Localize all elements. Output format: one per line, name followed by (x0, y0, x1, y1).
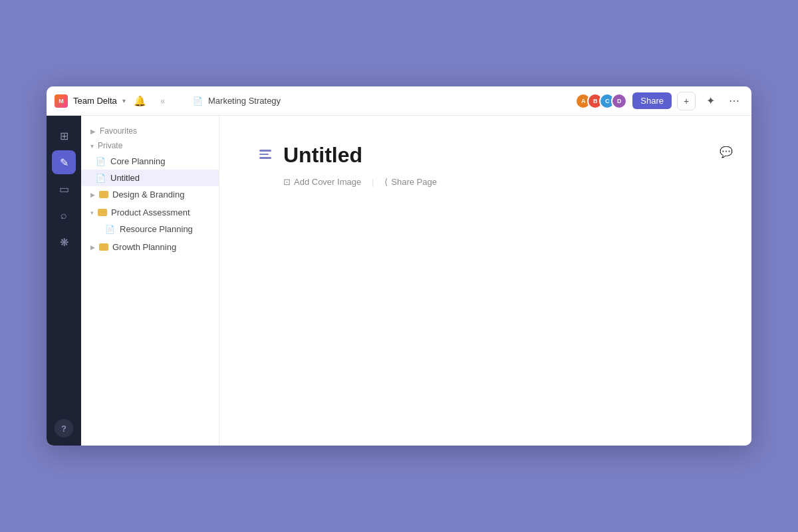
add-cover-label: Add Cover Image (294, 177, 361, 187)
nav-item-resource-planning[interactable]: 📄 Resource Planning (81, 221, 219, 237)
favourites-arrow-icon: ▶ (90, 128, 96, 135)
app-window: M Team Delta ▾ 🔔 « 📄 Marketing Strategy … (47, 86, 751, 446)
nav-item-label-resource-planning: Resource Planning (120, 224, 193, 234)
sidebar-icon-grid[interactable]: ⊞ (52, 124, 76, 148)
more-options-button[interactable]: ⋯ (725, 92, 743, 110)
sidebar-icon-search[interactable]: ⌕ (52, 203, 76, 227)
page-title[interactable]: Untitled (283, 142, 362, 168)
page-type-icon (259, 146, 275, 162)
team-name: Team Delta (73, 96, 117, 106)
action-divider: | (372, 178, 374, 187)
avatars-group: A B C D (575, 93, 627, 109)
doc-icon: 📄 (105, 225, 115, 234)
breadcrumb: 📄 Marketing Strategy (193, 96, 570, 106)
team-chevron-icon[interactable]: ▾ (122, 97, 126, 104)
page-icon-line-2 (259, 154, 269, 156)
sidebar-icons: ⊞ ✎ ▭ ⌕ ❋ ? (47, 116, 81, 446)
private-arrow-icon: ▾ (90, 142, 94, 150)
folder-icon (99, 243, 108, 251)
page-actions: ⊡ Add Cover Image | ⟨ Share Page (259, 176, 712, 188)
nav-item-label-design-branding: Design & Branding (112, 190, 184, 200)
folder-icon (99, 191, 108, 198)
page-icon-line-3 (259, 157, 271, 159)
comment-button[interactable]: 💬 (717, 142, 735, 161)
nav-item-untitled[interactable]: 📄 Untitled (81, 170, 219, 186)
add-button[interactable]: + (677, 92, 696, 110)
nav-sidebar: ▶ Favourites ▾ Private 📄 Core Planning 📄… (81, 116, 219, 446)
group-arrow-icon: ▶ (90, 192, 95, 198)
titlebar-left: M Team Delta ▾ 🔔 « (55, 92, 188, 110)
breadcrumb-text: Marketing Strategy (208, 96, 281, 106)
titlebar-right: A B C D Share + ✦ ⋯ (575, 92, 743, 110)
private-header[interactable]: ▾ Private (81, 138, 219, 153)
share-page-label: Share Page (391, 177, 437, 187)
nav-group-design-branding: ▶ Design & Branding (81, 186, 219, 203)
share-icon: ⟨ (384, 177, 388, 187)
favourites-header[interactable]: ▶ Favourites (81, 124, 219, 138)
nav-item-core-planning[interactable]: 📄 Core Planning (81, 153, 219, 170)
main-body: ⊞ ✎ ▭ ⌕ ❋ ? ▶ Favourites ▾ Private 📄 Cor (47, 116, 751, 446)
share-button[interactable]: Share (632, 92, 672, 109)
titlebar: M Team Delta ▾ 🔔 « 📄 Marketing Strategy … (47, 86, 751, 116)
favourites-label: Favourites (100, 126, 137, 136)
team-logo: M (55, 94, 68, 108)
ai-button[interactable]: ✦ (701, 92, 720, 110)
notification-button[interactable]: 🔔 (131, 92, 150, 110)
content-area: 💬 Untitled ⊡ Add Cover Image | ⟨ Share P… (219, 116, 751, 446)
add-cover-image-button[interactable]: ⊡ Add Cover Image (283, 176, 361, 188)
doc-icon: 📄 (96, 157, 106, 166)
help-button[interactable]: ? (55, 419, 73, 438)
sidebar-icon-edit[interactable]: ✎ (52, 150, 76, 174)
private-label: Private (98, 141, 122, 150)
nav-group-product-assessment: ▾ Product Assessment 📄 Resource Planning (81, 204, 219, 237)
avatar-4: D (611, 93, 627, 109)
nav-group-header-growth-planning[interactable]: ▶ Growth Planning (81, 239, 219, 255)
image-icon: ⊡ (283, 177, 291, 187)
nav-item-label-core-planning: Core Planning (110, 156, 165, 166)
folder-icon (98, 209, 107, 216)
nav-group-growth-planning: ▶ Growth Planning (81, 239, 219, 255)
sidebar-icon-branch[interactable]: ❋ (52, 230, 76, 254)
nav-group-header-design-branding[interactable]: ▶ Design & Branding (81, 186, 219, 203)
page-title-area: Untitled (259, 142, 712, 168)
nav-group-header-product-assessment[interactable]: ▾ Product Assessment (81, 204, 219, 221)
collapse-sidebar-button[interactable]: « (155, 93, 171, 109)
sidebar-icon-folder[interactable]: ▭ (52, 177, 76, 201)
nav-item-label-product-assessment: Product Assessment (111, 207, 190, 217)
share-page-button[interactable]: ⟨ Share Page (384, 176, 437, 188)
group-arrow-icon: ▾ (90, 209, 94, 216)
group-arrow-icon: ▶ (90, 244, 95, 251)
doc-icon: 📄 (96, 174, 106, 183)
doc-icon: 📄 (193, 96, 203, 106)
nav-item-label-untitled: Untitled (110, 173, 140, 183)
page-icon-line-1 (259, 150, 271, 152)
nav-item-label-growth-planning: Growth Planning (112, 242, 176, 252)
